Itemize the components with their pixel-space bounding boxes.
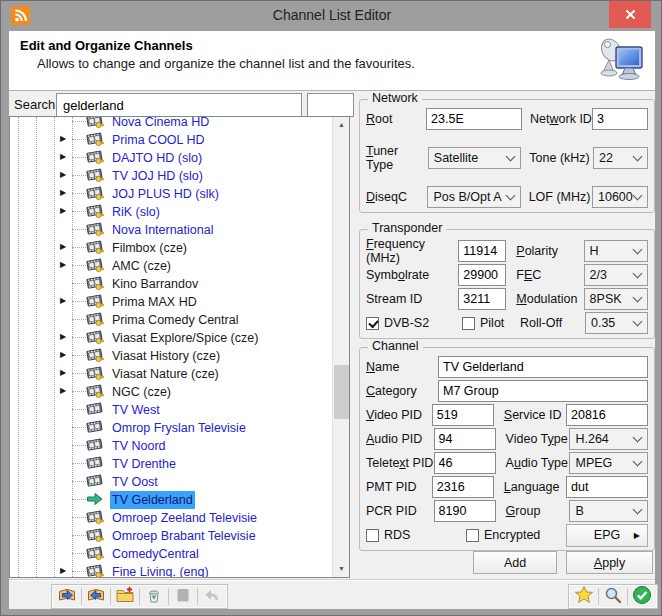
- tree-item-label[interactable]: Omrop Fryslan Televisie: [110, 419, 248, 437]
- tree-item[interactable]: ▶Viasat History (cze): [10, 346, 332, 364]
- tree-expander-icon[interactable]: ▶: [60, 188, 72, 197]
- tree-item[interactable]: ▶Filmbox (cze): [10, 238, 332, 256]
- rds-checkbox[interactable]: [366, 529, 379, 542]
- tree-item[interactable]: ▶RiK (slo): [10, 202, 332, 220]
- root-input[interactable]: [426, 108, 522, 130]
- tree-item[interactable]: ▶AMC (cze): [10, 256, 332, 274]
- rolloff-select[interactable]: 0.35: [585, 312, 648, 334]
- recycle-bin-button[interactable]: [141, 586, 167, 607]
- channel-tree[interactable]: Nova Cinema HD▶Prima COOL HD▶DAJTO HD (s…: [9, 116, 350, 578]
- search-magnifier-button[interactable]: [600, 586, 626, 607]
- tree-item-label[interactable]: Prima COOL HD: [110, 131, 207, 149]
- pcr-pid-input[interactable]: [434, 500, 496, 522]
- add-button[interactable]: Add: [473, 551, 557, 574]
- tree-expander-icon[interactable]: ▶: [60, 296, 72, 305]
- tree-item-label[interactable]: Viasat Explore/Spice (cze): [110, 329, 260, 347]
- tree-item[interactable]: Omroep Zeeland Televisie: [10, 508, 332, 526]
- video-pid-input[interactable]: [432, 404, 494, 426]
- search-go-button[interactable]: [307, 93, 354, 117]
- name-input[interactable]: [438, 356, 648, 378]
- pmt-pid-input[interactable]: [432, 476, 494, 498]
- teletext-pid-input[interactable]: [434, 452, 496, 474]
- tuner-type-select[interactable]: Satellite: [428, 147, 522, 169]
- tree-item-label[interactable]: Nova Cinema HD: [110, 116, 211, 131]
- tree-item-label[interactable]: ComedyCentral: [110, 545, 201, 563]
- tree-item-label[interactable]: Viasat Nature (cze): [110, 365, 221, 383]
- tree-item-label[interactable]: Nova International: [110, 221, 215, 239]
- apply-button[interactable]: Apply: [566, 551, 653, 574]
- tree-item-label[interactable]: TV Gelderland: [110, 491, 195, 509]
- tree-scrollbar[interactable]: ▲ ▼: [332, 117, 349, 577]
- scroll-down-icon[interactable]: ▼: [333, 561, 350, 577]
- tree-item-label[interactable]: Prima Comedy Central: [110, 311, 240, 329]
- tree-expander-icon[interactable]: ▶: [60, 170, 72, 179]
- tree-item-label[interactable]: AMC (cze): [110, 257, 173, 275]
- tree-expander-icon[interactable]: ▶: [60, 350, 72, 359]
- tree-item[interactable]: TV West: [10, 400, 332, 418]
- tree-item-label[interactable]: Prima MAX HD: [110, 293, 199, 311]
- audio-pid-input[interactable]: [434, 428, 496, 450]
- favourites-star-button[interactable]: [571, 586, 597, 607]
- polarity-select[interactable]: H: [584, 240, 648, 262]
- tree-expander-icon[interactable]: ▶: [60, 206, 72, 215]
- tree-item-label[interactable]: Filmbox (cze): [110, 239, 189, 257]
- tree-expander-icon[interactable]: ▶: [60, 566, 72, 575]
- tree-item-label[interactable]: RiK (slo): [110, 203, 162, 221]
- tree-item[interactable]: TV Gelderland: [10, 490, 332, 508]
- tree-item-label[interactable]: JOJ PLUS HD (slk): [110, 185, 221, 203]
- tree-expander-icon[interactable]: ▶: [60, 242, 72, 251]
- tree-item[interactable]: ▶DAJTO HD (slo): [10, 148, 332, 166]
- group-select[interactable]: B: [569, 500, 648, 522]
- dvbs2-checkbox[interactable]: [366, 317, 379, 330]
- tree-item[interactable]: ComedyCentral: [10, 544, 332, 562]
- tree-item[interactable]: TV Drenthe: [10, 454, 332, 472]
- tree-item-label[interactable]: TV Drenthe: [110, 455, 178, 473]
- tree-item-label[interactable]: TV JOJ HD (slo): [110, 167, 205, 185]
- frequency-input[interactable]: [458, 240, 506, 262]
- tree-item[interactable]: ▶Viasat Explore/Spice (cze): [10, 328, 332, 346]
- tree-item-label[interactable]: TV Oost: [110, 473, 160, 491]
- lof-select[interactable]: 10600: [592, 186, 648, 208]
- tree-item[interactable]: Omrop Fryslan Televisie: [10, 418, 332, 436]
- pilot-checkbox[interactable]: [462, 317, 475, 330]
- tree-item-label[interactable]: Viasat History (cze): [110, 347, 222, 365]
- tree-expander-icon[interactable]: ▶: [60, 368, 72, 377]
- tree-item[interactable]: Nova International: [10, 220, 332, 238]
- tree-item[interactable]: Prima Comedy Central: [10, 310, 332, 328]
- tree-item-label[interactable]: TV Noord: [110, 437, 168, 455]
- tree-item[interactable]: ▶TV JOJ HD (slo): [10, 166, 332, 184]
- tone-select[interactable]: 22: [593, 147, 648, 169]
- tree-item[interactable]: Nova Cinema HD: [10, 116, 332, 130]
- tree-item[interactable]: ▶NGC (cze): [10, 382, 332, 400]
- category-input[interactable]: [438, 380, 648, 402]
- tree-item[interactable]: ▶Viasat Nature (cze): [10, 364, 332, 382]
- fec-select[interactable]: 2/3: [584, 264, 648, 286]
- tree-item[interactable]: Kino Barrandov: [10, 274, 332, 292]
- tree-item[interactable]: TV Noord: [10, 436, 332, 454]
- encrypted-checkbox[interactable]: [466, 529, 479, 542]
- tree-expander-icon[interactable]: ▶: [60, 386, 72, 395]
- service-id-input[interactable]: [566, 404, 648, 426]
- search-input[interactable]: [56, 93, 302, 117]
- video-type-select[interactable]: H.264: [569, 428, 648, 450]
- tree-item[interactable]: ▶Prima COOL HD: [10, 130, 332, 148]
- tree-item-label[interactable]: Omroep Zeeland Televisie: [110, 509, 259, 527]
- tree-expander-icon[interactable]: ▶: [60, 152, 72, 161]
- tree-item[interactable]: ▶Prima MAX HD: [10, 292, 332, 310]
- import-list-button[interactable]: [54, 586, 80, 607]
- stream-id-input[interactable]: [458, 288, 506, 310]
- tree-item[interactable]: ▶Fine Living. (eng): [10, 562, 332, 578]
- tree-expander-icon[interactable]: ▶: [60, 332, 72, 341]
- tree-item-label[interactable]: TV West: [110, 401, 162, 419]
- modulation-select[interactable]: 8PSK: [584, 288, 648, 310]
- language-input[interactable]: [566, 476, 648, 498]
- tree-item-label[interactable]: Fine Living. (eng): [110, 563, 211, 578]
- scroll-up-icon[interactable]: ▲: [333, 117, 350, 133]
- audio-type-select[interactable]: MPEG: [569, 452, 648, 474]
- tree-expander-icon[interactable]: ▶: [60, 260, 72, 269]
- tree-expander-icon[interactable]: ▶: [60, 134, 72, 143]
- epg-button[interactable]: EPG ▶: [566, 524, 648, 547]
- confirm-check-button[interactable]: [629, 586, 655, 607]
- tree-item-label[interactable]: DAJTO HD (slo): [110, 149, 204, 167]
- network-id-input[interactable]: [592, 108, 648, 130]
